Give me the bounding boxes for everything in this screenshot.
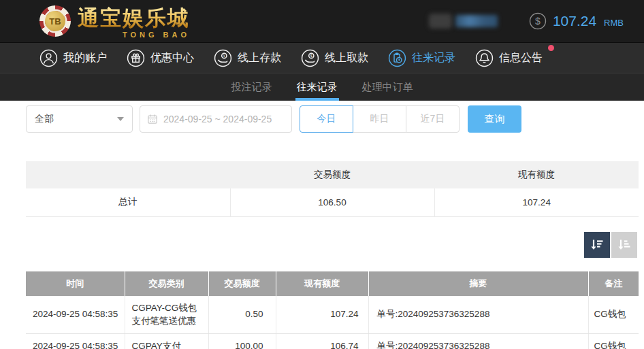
site-logo[interactable]: TB 通宝娱乐城 TONG BAO xyxy=(39,5,190,37)
svg-text:¥: ¥ xyxy=(223,53,226,57)
nav-item-deposit[interactable]: ¥ 线上存款 xyxy=(214,49,281,67)
record-type: CGPAY-CG钱包支付笔笔送优惠 xyxy=(125,296,208,334)
logo-title: 通宝娱乐城 xyxy=(78,6,190,29)
logo-text: 通宝娱乐城 TONG BAO xyxy=(78,6,190,36)
record-amount: 100.00 xyxy=(208,333,276,349)
nav-label: 我的账户 xyxy=(63,51,107,65)
sort-descending-icon xyxy=(589,237,605,253)
tab-betting-records[interactable]: 投注记录 xyxy=(230,73,274,101)
nav-item-promotions[interactable]: 优惠中心 xyxy=(127,49,194,67)
records-header-balance: 现有额度 xyxy=(276,271,368,296)
top-header: TB 通宝娱乐城 TONG BAO $ 107.24 RMB xyxy=(0,0,644,42)
notification-dot xyxy=(548,45,554,51)
nav-item-withdraw[interactable]: $ 线上取款 xyxy=(301,49,368,67)
quick-range-yesterday-button[interactable]: 昨日 xyxy=(353,105,406,133)
logo-subtitle: TONG BAO xyxy=(123,31,190,39)
casino-chip-icon: TB xyxy=(39,5,71,37)
summary-header-empty xyxy=(26,161,230,188)
bell-icon xyxy=(475,49,494,67)
records-header-time: 时间 xyxy=(26,271,125,296)
summary-header-transaction: 交易额度 xyxy=(230,161,434,188)
records-header-row: 时间 交易类别 交易额度 现有额度 摘要 备注 xyxy=(26,271,639,296)
records-header-note: 备注 xyxy=(588,271,639,296)
summary-transaction-total: 106.50 xyxy=(230,188,434,216)
record-type: CGPAY支付 xyxy=(125,333,208,349)
username-blurred xyxy=(429,14,498,29)
header-right: $ 107.24 RMB xyxy=(429,12,624,30)
record-note: CG钱包 xyxy=(588,296,639,334)
sort-controls xyxy=(0,232,637,258)
sort-descending-button[interactable] xyxy=(584,232,610,258)
main-nav: 我的账户 优惠中心 ¥ 线上存款 xyxy=(0,42,644,73)
table-row: 2024-09-25 04:58:35 CGPAY-CG钱包支付笔笔送优惠 0.… xyxy=(26,296,639,334)
record-time: 2024-09-25 04:58:35 xyxy=(26,296,125,334)
filter-row: 全部 2024-09-25 ~ 2024-09-25 今日 昨日 近7日 查询 xyxy=(26,105,644,133)
transaction-records-icon xyxy=(388,49,406,67)
svg-text:$: $ xyxy=(310,53,313,57)
summary-total-row: 总计 106.50 107.24 xyxy=(26,188,639,216)
type-select[interactable]: 全部 xyxy=(26,105,133,133)
avatar-blur xyxy=(429,14,452,29)
summary-total-label: 总计 xyxy=(26,188,230,216)
records-table: 时间 交易类别 交易额度 现有额度 摘要 备注 2024-09-25 04:58… xyxy=(26,271,639,349)
summary-table: 交易额度 现有额度 总计 106.50 107.24 xyxy=(26,161,639,217)
username-blur xyxy=(455,15,498,27)
records-header-type: 交易类别 xyxy=(125,271,208,296)
record-balance: 107.24 xyxy=(276,296,368,334)
nav-label: 线上取款 xyxy=(325,51,368,65)
summary-header-row: 交易额度 现有额度 xyxy=(26,161,639,188)
calendar-icon xyxy=(147,114,158,124)
chip-monogram: TB xyxy=(45,11,65,31)
balance-display: $ 107.24 RMB xyxy=(529,12,624,30)
record-time: 2024-09-25 04:58:35 xyxy=(26,333,125,349)
summary-balance-total: 107.24 xyxy=(434,188,639,216)
type-select-value: 全部 xyxy=(35,113,54,125)
records-header-amount: 交易额度 xyxy=(208,271,276,296)
quick-range-last7days-button[interactable]: 近7日 xyxy=(406,105,460,133)
balance-currency: RMB xyxy=(604,18,624,28)
record-amount: 0.50 xyxy=(208,296,276,334)
tab-pending-orders[interactable]: 处理中订单 xyxy=(361,73,415,101)
date-range-input[interactable]: 2024-09-25 ~ 2024-09-25 xyxy=(140,105,292,133)
quick-range-group: 今日 昨日 近7日 xyxy=(300,105,460,133)
record-note: CG钱包 xyxy=(588,333,639,349)
gift-icon xyxy=(127,49,145,67)
nav-label: 信息公告 xyxy=(499,51,543,65)
nav-item-announcements[interactable]: 信息公告 xyxy=(475,49,543,67)
chevron-down-icon xyxy=(117,117,124,121)
sort-ascending-button[interactable] xyxy=(611,232,637,258)
records-header-summary: 摘要 xyxy=(368,271,588,296)
nav-item-my-account[interactable]: 我的账户 xyxy=(39,49,107,67)
tab-transaction-records[interactable]: 往来记录 xyxy=(295,73,339,101)
subtab-bar: 投注记录 往来记录 处理中订单 xyxy=(0,73,644,101)
deposit-hand-coin-icon: ¥ xyxy=(214,49,232,67)
record-summary: 单号:202409253736325288 xyxy=(368,333,588,349)
quick-range-today-button[interactable]: 今日 xyxy=(300,105,353,133)
table-row: 2024-09-25 04:58:35 CGPAY支付 100.00 106.7… xyxy=(26,333,639,349)
nav-label: 优惠中心 xyxy=(150,51,194,65)
user-icon xyxy=(39,49,58,67)
dollar-circle-icon: $ xyxy=(529,12,547,30)
record-balance: 106.74 xyxy=(276,333,368,349)
withdraw-hand-coin-icon: $ xyxy=(301,49,319,67)
nav-label: 往来记录 xyxy=(412,51,455,65)
record-summary: 单号:202409253736325288 xyxy=(368,296,588,334)
nav-label: 线上存款 xyxy=(238,51,281,65)
nav-item-transaction-records[interactable]: 往来记录 xyxy=(388,49,455,67)
balance-amount: 107.24 xyxy=(553,13,596,29)
sort-ascending-icon xyxy=(616,237,632,253)
summary-header-balance: 现有额度 xyxy=(434,161,639,188)
svg-text:$: $ xyxy=(535,16,541,27)
date-range-value: 2024-09-25 ~ 2024-09-25 xyxy=(163,114,272,124)
search-button[interactable]: 查询 xyxy=(468,105,521,133)
